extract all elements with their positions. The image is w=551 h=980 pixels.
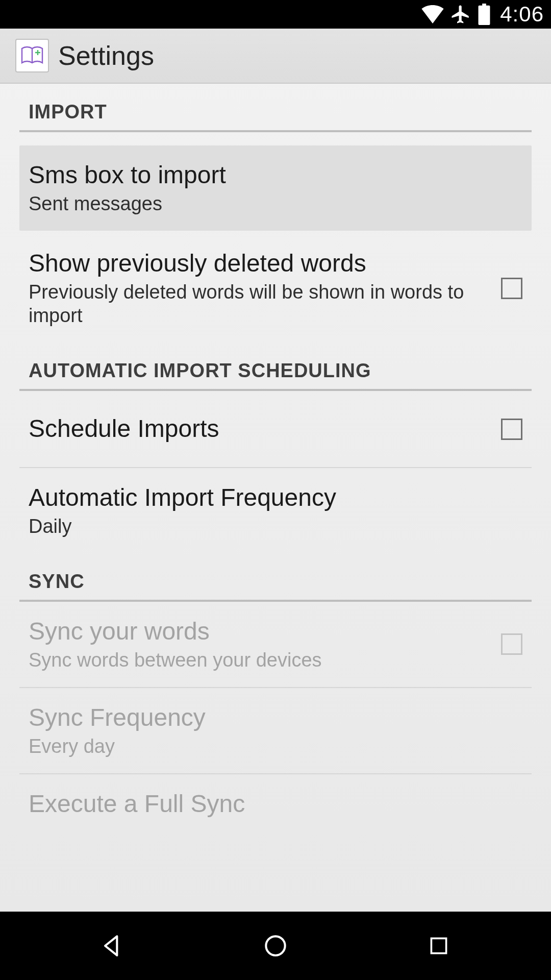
section-header-import: IMPORT — [0, 84, 551, 130]
settings-list[interactable]: IMPORT Sms box to import Sent messages S… — [0, 84, 551, 819]
pref-texts: Schedule Imports — [29, 414, 481, 444]
app-area: Settings IMPORT Sms box to import Sent m… — [0, 29, 551, 912]
status-time: 4:06 — [500, 2, 544, 27]
airplane-icon — [450, 4, 471, 25]
recent-apps-button[interactable] — [418, 925, 459, 966]
navigation-bar — [0, 912, 551, 980]
pref-summary: Daily — [29, 514, 522, 538]
pref-title: Automatic Import Frequency — [29, 483, 522, 512]
svg-rect-1 — [431, 938, 446, 953]
app-icon — [15, 39, 49, 72]
status-bar: 4:06 — [0, 0, 551, 29]
pref-title: Sms box to import — [29, 161, 522, 190]
checkbox[interactable] — [501, 419, 522, 440]
pref-texts: Automatic Import Frequency Daily — [29, 483, 522, 538]
pref-schedule-imports[interactable]: Schedule Imports — [0, 391, 551, 467]
back-button[interactable] — [92, 925, 133, 966]
page-title: Settings — [58, 40, 154, 71]
pref-title: Sync your words — [29, 617, 481, 646]
checkbox[interactable] — [501, 278, 522, 299]
pref-summary: Previously deleted words will be shown i… — [29, 280, 481, 328]
divider — [19, 130, 532, 132]
pref-texts: Sync your words Sync words between your … — [29, 617, 481, 672]
pref-summary: Sync words between your devices — [29, 648, 481, 672]
pref-texts: Show previously deleted words Previously… — [29, 249, 481, 327]
pref-texts: Execute a Full Sync — [29, 790, 522, 819]
svg-point-0 — [266, 936, 285, 955]
pref-show-deleted-words[interactable]: Show previously deleted words Previously… — [0, 234, 551, 342]
action-bar: Settings — [0, 29, 551, 84]
section-header-sync: SYNC — [0, 553, 551, 600]
pref-sms-box[interactable]: Sms box to import Sent messages — [19, 145, 532, 231]
wifi-icon — [421, 5, 444, 23]
pref-auto-import-frequency[interactable]: Automatic Import Frequency Daily — [0, 468, 551, 553]
screen: 4:06 Settings IMPORT Sms box to import S… — [0, 0, 551, 980]
home-button[interactable] — [255, 925, 296, 966]
pref-sync-words[interactable]: Sync your words Sync words between your … — [0, 602, 551, 687]
pref-title: Execute a Full Sync — [29, 790, 522, 819]
checkbox[interactable] — [501, 633, 522, 655]
pref-texts: Sms box to import Sent messages — [29, 161, 522, 215]
pref-sync-frequency[interactable]: Sync Frequency Every day — [0, 688, 551, 773]
pref-summary: Every day — [29, 734, 522, 758]
battery-icon — [478, 4, 491, 25]
pref-execute-full-sync[interactable]: Execute a Full Sync — [0, 774, 551, 819]
pref-title: Show previously deleted words — [29, 249, 481, 278]
pref-texts: Sync Frequency Every day — [29, 703, 522, 758]
section-header-auto: AUTOMATIC IMPORT SCHEDULING — [0, 342, 551, 389]
pref-title: Sync Frequency — [29, 703, 522, 732]
pref-summary: Sent messages — [29, 192, 522, 215]
pref-title: Schedule Imports — [29, 414, 481, 444]
